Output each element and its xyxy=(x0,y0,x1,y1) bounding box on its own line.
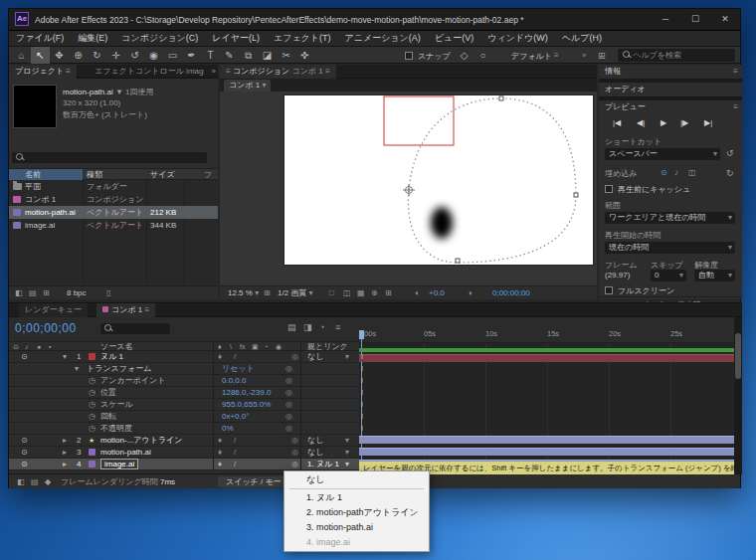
fx-switch[interactable]: / xyxy=(234,351,236,363)
layer-visibility-eye-icon[interactable]: ⊙ xyxy=(21,435,28,447)
workspace-menu-icon[interactable]: ≡ xyxy=(554,51,559,60)
keyframe-mark[interactable]: I xyxy=(361,388,363,398)
dropdown-item-none[interactable]: なし xyxy=(284,472,429,487)
composition-mini-flowchart-icon[interactable]: ▤ xyxy=(287,322,296,332)
roto-brush-tool-icon[interactable]: ✂ xyxy=(277,47,295,64)
viewer-tab-comp1[interactable]: コンポ 1 ▾ xyxy=(224,80,271,92)
expand-open-icon[interactable]: ▾ xyxy=(75,363,79,375)
mask-visibility-icon[interactable]: ◫ xyxy=(343,286,351,300)
panel-menu-icon[interactable]: ≡ xyxy=(66,67,71,76)
new-composition-icon[interactable]: ⊞ xyxy=(43,286,50,300)
layer-name[interactable]: motion-...アウトライン xyxy=(100,435,182,447)
play-button[interactable]: ▶ xyxy=(661,118,666,127)
menu-file[interactable]: ファイル(F) xyxy=(9,31,71,46)
stopwatch-icon[interactable]: ◷ xyxy=(89,423,95,435)
info-panel-header[interactable]: 情報≡ xyxy=(599,65,742,79)
scrollbar-thumb[interactable] xyxy=(735,333,741,379)
keyframe-mark[interactable]: I xyxy=(361,376,363,386)
include-circle-icon[interactable]: ◎ xyxy=(285,399,292,411)
layer-color-chip[interactable] xyxy=(89,461,95,467)
stopwatch-icon[interactable]: ◷ xyxy=(89,387,95,399)
time-ruler[interactable]: :00s 05s 10s 15s 20s 25s xyxy=(359,317,734,343)
snap-checkbox[interactable] xyxy=(405,51,413,61)
layer-bar-motion-path[interactable] xyxy=(359,448,734,456)
parent-pickwhip-icon[interactable]: ◎ xyxy=(291,351,298,363)
grid-options-icon[interactable]: ⊞ xyxy=(264,286,271,300)
viewer-timecode[interactable]: 0;00;00;00 xyxy=(492,286,530,300)
stopwatch-icon[interactable]: ◷ xyxy=(89,399,95,411)
layer-row-null1[interactable]: ⊙ ▾ 1 ヌル 1 ♦ / ◎ なし ▾ xyxy=(9,351,359,363)
timeline-current-timecode[interactable]: 0;00;00;00 xyxy=(15,321,77,335)
selection-tool-icon[interactable]: ↖ xyxy=(31,47,50,64)
menu-window[interactable]: ウィンドウ(W) xyxy=(480,31,555,46)
dropdown-item-motion-path[interactable]: 3. motion-path.ai xyxy=(284,520,429,535)
puppet-pin-tool-icon[interactable]: ✜ xyxy=(295,47,314,64)
stopwatch-icon[interactable]: ◷ xyxy=(89,411,95,423)
layer-name[interactable]: motion-path.ai xyxy=(100,447,151,459)
include-circle-icon[interactable]: ◎ xyxy=(285,411,292,423)
trash-icon[interactable]: ▯ xyxy=(106,286,110,300)
tab-effect-controls[interactable]: エフェクトコントロール image.ai xyxy=(89,65,204,79)
layer-name-editing[interactable]: image.ai xyxy=(100,459,138,469)
project-search-input[interactable] xyxy=(12,152,207,163)
graph-editor-icon[interactable]: ▤ xyxy=(31,474,39,489)
position-value[interactable]: 1286.0,-239.0 xyxy=(222,387,271,399)
layer-bar-outline[interactable] xyxy=(359,436,734,444)
cache-before-playback-checkbox[interactable] xyxy=(605,184,613,194)
shortcut-dropdown[interactable]: スペースバー▾ xyxy=(605,148,720,160)
transform-group-row[interactable]: ▾ トランスフォーム リセット ◎ xyxy=(9,363,359,375)
rotation-value[interactable]: 0x+0.0° xyxy=(222,411,249,423)
fx-switch[interactable]: / xyxy=(234,447,236,459)
include-circle-icon[interactable]: ◎ xyxy=(285,375,292,387)
opacity-value[interactable]: 0% xyxy=(222,423,234,435)
help-search-input[interactable]: ヘルプを検索 xyxy=(618,49,735,62)
resolution-dropdown[interactable]: 1/2 画質 ▾ xyxy=(278,286,313,300)
brush-tool-icon[interactable]: ✎ xyxy=(220,47,239,64)
playhead-handle[interactable] xyxy=(359,330,364,339)
reset-icon[interactable]: ↺ xyxy=(726,148,734,158)
transparency-grid-icon[interactable]: ⊞ xyxy=(385,286,392,300)
tab-project[interactable]: プロジェクト ≡ xyxy=(9,65,77,79)
safe-zones-icon[interactable]: □ xyxy=(329,286,334,300)
layer-visibility-eye-icon[interactable]: ⊙ xyxy=(21,351,28,363)
expand-panes-icon[interactable]: ◧ xyxy=(17,474,25,489)
orbit-camera-tool-icon[interactable]: ↻ xyxy=(88,47,106,64)
previous-frame-button[interactable]: ◀| xyxy=(637,118,645,127)
workspace-label[interactable]: デフォルト xyxy=(511,51,552,62)
parent-pickwhip-icon[interactable]: ◎ xyxy=(291,459,298,470)
include-overlays-icon[interactable]: ◫ xyxy=(688,168,696,177)
project-item-row[interactable]: image.ai ベクトルアート 344 KB xyxy=(9,219,218,232)
project-bit-depth[interactable]: 8 bpc xyxy=(67,286,87,300)
expand-closed-icon[interactable]: ▸ xyxy=(63,447,67,459)
column-name[interactable]: 名前 xyxy=(9,169,83,180)
anchor-point-row[interactable]: ◷ アンカーポイント 0.0,0.0 ◎ xyxy=(9,375,359,387)
project-item-row-selected[interactable]: motion-path.ai ベクトルアート 212 KB xyxy=(9,206,218,219)
menu-help[interactable]: ヘルプ(H) xyxy=(555,31,609,46)
tab-overflow-icon[interactable]: » xyxy=(212,65,216,79)
project-item-row[interactable]: 平面 フォルダー xyxy=(9,180,218,193)
layer-visibility-eye-icon[interactable]: ⊙ xyxy=(21,459,28,470)
layer-row-motion-path[interactable]: ⊙ ▸ 3 motion-path.ai ♦ / ◎ なし ▾ xyxy=(9,447,359,459)
expand-open-icon[interactable]: ▾ xyxy=(63,351,67,363)
project-item-row[interactable]: コンポ 1 コンポジション xyxy=(9,193,218,206)
exposure-icon[interactable]: ◐ xyxy=(415,286,420,300)
timeline-search-input[interactable] xyxy=(100,323,170,334)
skip-dropdown[interactable]: 0▾ xyxy=(651,270,686,281)
play-from-dropdown[interactable]: 現在の時間▾ xyxy=(605,242,735,254)
home-tool-icon[interactable]: ⌂ xyxy=(12,47,31,64)
anchor-point-value[interactable]: 0.0,0.0 xyxy=(222,375,246,387)
first-frame-button[interactable]: |◀ xyxy=(613,118,621,127)
opacity-row[interactable]: ◷ 不透明度 0% ◎ xyxy=(9,423,359,435)
timeline-track-area[interactable]: :00s 05s 10s 15s 20s 25s I I I xyxy=(359,317,734,474)
draft-3d-icon[interactable]: ◨ xyxy=(303,322,312,332)
expand-closed-icon[interactable]: ▸ xyxy=(63,459,67,470)
type-tool-icon[interactable]: T xyxy=(201,47,220,64)
quality-switch[interactable]: ♦ xyxy=(218,435,222,447)
include-circle-icon[interactable]: ◎ xyxy=(285,387,292,399)
transform-group-label[interactable]: トランスフォーム xyxy=(87,363,151,375)
snap-point-icon[interactable]: ○ xyxy=(473,47,492,64)
keyframe-mark[interactable]: I xyxy=(361,412,363,422)
close-button[interactable]: ✕ xyxy=(710,9,740,30)
parent-pickwhip-icon[interactable]: ◎ xyxy=(291,447,298,459)
layer-row-image-selected[interactable]: ⊙ ▸ 4 image.ai ♦ / ◎ 1. ヌル 1 ▾ xyxy=(9,459,359,470)
